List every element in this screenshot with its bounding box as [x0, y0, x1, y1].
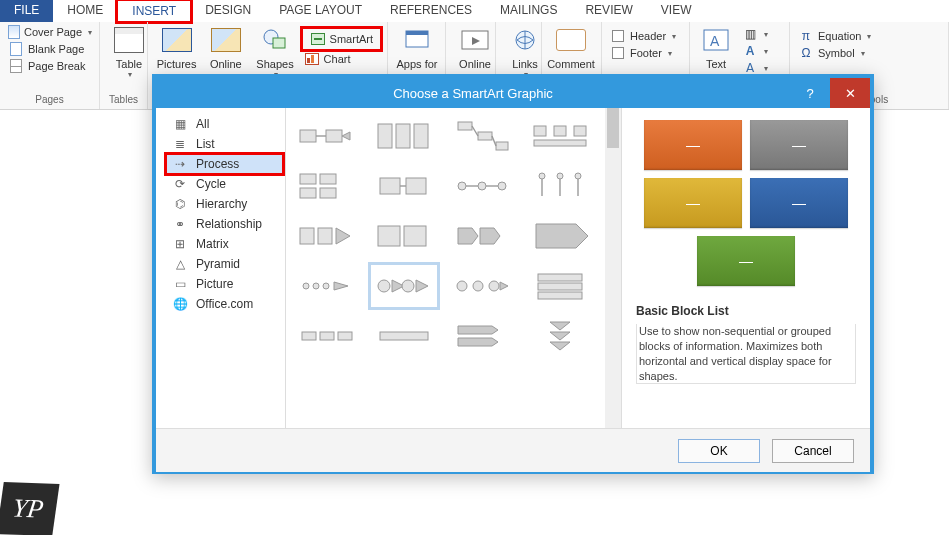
svg-marker-48	[480, 228, 500, 244]
category-cycle[interactable]: ⟳Cycle	[166, 174, 283, 194]
preview-description: Use to show non-sequential or grouped bl…	[636, 324, 856, 384]
comment-button[interactable]: Comment	[548, 24, 594, 70]
online-video-button[interactable]: Online	[452, 24, 498, 70]
symbol-button[interactable]: ΩSymbol▾	[796, 45, 942, 61]
gallery-thumb[interactable]	[452, 318, 512, 354]
gallery-thumb[interactable]	[374, 218, 434, 254]
svg-marker-70	[458, 338, 498, 346]
online-pictures-button[interactable]: Online	[203, 24, 248, 70]
category-relationship[interactable]: ⚭Relationship	[166, 214, 283, 234]
tab-page-layout[interactable]: PAGE LAYOUT	[265, 0, 376, 22]
chart-icon	[304, 52, 320, 66]
svg-marker-57	[416, 280, 428, 292]
preview-pane: — — — — — Basic Block List Use to show n…	[622, 108, 870, 428]
tab-design[interactable]: DESIGN	[191, 0, 265, 22]
pictures-button[interactable]: Pictures	[154, 24, 199, 70]
svg-rect-22	[554, 126, 566, 136]
svg-rect-28	[320, 188, 336, 198]
gallery-scrollbar[interactable]	[605, 108, 621, 428]
chevron-down-icon: ▾	[88, 28, 92, 37]
category-hierarchy[interactable]: ⌬Hierarchy	[166, 194, 283, 214]
category-pyramid[interactable]: △Pyramid	[166, 254, 283, 274]
gallery-thumb[interactable]	[374, 118, 434, 154]
page-break-button[interactable]: Page Break	[6, 58, 93, 74]
scrollbar-thumb[interactable]	[607, 108, 619, 148]
svg-rect-14	[396, 124, 410, 148]
gallery-thumb[interactable]	[296, 118, 356, 154]
svg-marker-47	[458, 228, 478, 244]
category-cycle-label: Cycle	[196, 177, 226, 191]
gallery-thumb[interactable]	[296, 268, 356, 304]
gallery-thumb[interactable]	[452, 218, 512, 254]
chevron-down-icon: ▾	[128, 70, 132, 79]
category-all[interactable]: ▦All	[166, 114, 283, 134]
wordart-button[interactable]: A▾	[740, 43, 770, 59]
gallery-thumb[interactable]	[452, 168, 512, 204]
category-process[interactable]: ⇢Process	[166, 154, 283, 174]
preview-title: Basic Block List	[636, 304, 856, 318]
tab-mailings[interactable]: MAILINGS	[486, 0, 571, 22]
gallery-thumb[interactable]	[530, 318, 590, 354]
svg-point-51	[313, 283, 319, 289]
gallery-thumb[interactable]	[374, 318, 434, 354]
gallery-thumb[interactable]	[296, 318, 356, 354]
gallery-thumb[interactable]	[530, 268, 590, 304]
tab-review[interactable]: REVIEW	[571, 0, 646, 22]
tab-references[interactable]: REFERENCES	[376, 0, 486, 22]
dialog-titlebar[interactable]: Choose a SmartArt Graphic ? ✕	[156, 78, 870, 108]
text-box-button[interactable]: AText	[696, 24, 736, 70]
category-office[interactable]: 🌐Office.com	[166, 294, 283, 314]
gallery-thumb[interactable]	[374, 168, 434, 204]
apps-button[interactable]: Apps for	[394, 24, 440, 70]
header-label: Header	[630, 30, 666, 42]
header-button[interactable]: Header▾	[608, 28, 683, 44]
gallery-thumb[interactable]	[452, 268, 512, 304]
cover-page-button[interactable]: Cover Page▾	[6, 24, 93, 40]
gallery-thumb[interactable]	[296, 218, 356, 254]
gallery-thumb[interactable]	[452, 118, 512, 154]
smartart-button[interactable]: SmartArt	[302, 28, 381, 50]
footer-button[interactable]: Footer▾	[608, 45, 683, 61]
quick-parts-button[interactable]: ▥▾	[740, 26, 770, 42]
chart-button[interactable]: Chart	[302, 51, 381, 67]
category-matrix-label: Matrix	[196, 237, 229, 251]
svg-rect-43	[318, 228, 332, 244]
cancel-button[interactable]: Cancel	[772, 439, 854, 463]
svg-rect-24	[534, 140, 586, 146]
footer-label: Footer	[630, 47, 662, 59]
svg-marker-12	[342, 132, 350, 140]
text-box-icon: A	[700, 24, 732, 56]
gallery-thumb[interactable]	[296, 168, 356, 204]
category-matrix[interactable]: ⊞Matrix	[166, 234, 283, 254]
chevron-down-icon: ▾	[867, 32, 871, 41]
tab-insert[interactable]: INSERT	[117, 0, 191, 22]
dialog-close-button[interactable]: ✕	[830, 78, 870, 108]
pictures-icon	[161, 24, 193, 56]
chevron-down-icon: ▾	[668, 49, 672, 58]
dialog-title: Choose a SmartArt Graphic	[156, 86, 790, 101]
preview-swatch-yellow: —	[644, 178, 742, 228]
apps-label: Apps for	[397, 58, 438, 70]
svg-rect-62	[538, 274, 582, 281]
svg-rect-66	[320, 332, 334, 340]
svg-rect-9	[300, 130, 316, 142]
dialog-help-button[interactable]: ?	[790, 78, 830, 108]
blank-page-button[interactable]: Blank Page	[6, 41, 93, 57]
shapes-button[interactable]: Shapes▾	[252, 24, 297, 79]
chevron-down-icon: ▾	[764, 30, 768, 39]
category-hierarchy-label: Hierarchy	[196, 197, 247, 211]
category-picture[interactable]: ▭Picture	[166, 274, 283, 294]
equation-button[interactable]: πEquation▾	[796, 28, 942, 44]
svg-point-50	[303, 283, 309, 289]
yp-logo-text: YP	[0, 482, 60, 535]
ok-button[interactable]: OK	[678, 439, 760, 463]
table-button[interactable]: Table▾	[106, 24, 152, 79]
gallery-thumb[interactable]	[530, 218, 590, 254]
tab-file[interactable]: FILE	[0, 0, 53, 22]
tab-view[interactable]: VIEW	[647, 0, 706, 22]
category-list[interactable]: ≣List	[166, 134, 283, 154]
gallery-thumb[interactable]	[530, 118, 590, 154]
tab-home[interactable]: HOME	[53, 0, 117, 22]
gallery-thumb[interactable]	[530, 168, 590, 204]
gallery-thumb-selected[interactable]	[374, 268, 434, 304]
